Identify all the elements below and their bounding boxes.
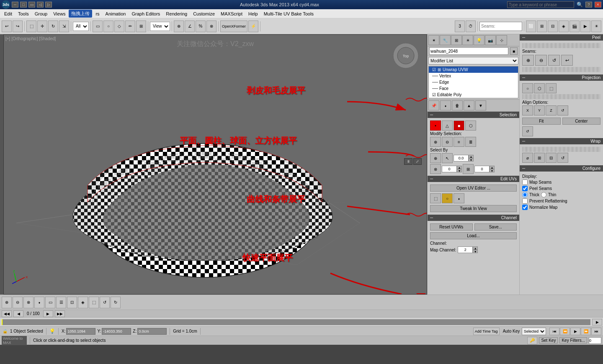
mod-icon-6[interactable]: 📷 (485, 35, 496, 45)
sel-icon-4[interactable]: ⬡ (465, 120, 476, 131)
snap-3d-btn[interactable]: ⊕ (174, 21, 184, 32)
z-value[interactable]: 0.0cm (137, 328, 167, 335)
spin-up-2[interactable]: ▲ (457, 166, 462, 169)
bi-3[interactable]: ⊗ (23, 297, 34, 308)
pb-next[interactable]: ⏩ (581, 328, 591, 335)
edit-uvs-header[interactable]: ─ Edit UVs (428, 176, 519, 182)
time-btn[interactable]: ⏱ (466, 21, 476, 32)
sel-val-1[interactable]: ▲ ▼ (454, 155, 474, 161)
mod-icon-1[interactable]: ✶ (428, 35, 439, 45)
mod-unwrap-uvw[interactable]: ☑ ⊞ Unwrap UVW (429, 67, 518, 73)
object-color-btn[interactable]: ■ (510, 47, 518, 55)
proj-cylinder[interactable]: ⬡ (534, 83, 545, 93)
timeline-next-btn[interactable]: ▶ (43, 310, 53, 317)
sel-by-icon-2[interactable]: ⊗ (430, 164, 441, 174)
sel-val-2[interactable]: ▲ ▼ (442, 166, 462, 172)
peel-icon-2[interactable]: ⊖ (535, 55, 547, 66)
center-btn[interactable]: Center (562, 118, 601, 125)
align-rotate[interactable]: ↺ (557, 105, 568, 115)
time-tag-btn[interactable]: Add Time Tag (473, 328, 500, 335)
restore-btn[interactable]: □ (20, 2, 27, 8)
bi-4[interactable]: ⬧ (34, 297, 44, 308)
minimize-btn[interactable]: ─ (12, 2, 18, 8)
proj-sphere[interactable]: ○ (522, 83, 533, 93)
view-select[interactable]: View (150, 22, 170, 31)
spin-up-3[interactable]: ▲ (490, 166, 495, 169)
spin-up-1[interactable]: ▲ (469, 155, 474, 158)
menu-drag-upload[interactable]: 拖拽上传 (69, 10, 92, 18)
x-value[interactable]: 1050.1094 (66, 328, 95, 335)
prevent-reflat-check[interactable] (522, 198, 528, 204)
spin-dn-3[interactable]: ▼ (490, 169, 495, 172)
bi-1[interactable]: ⊕ (2, 297, 12, 308)
key-icon[interactable]: 🔑 (527, 337, 537, 344)
y-value[interactable]: -14033.350 (102, 328, 131, 335)
snap-spinner-btn[interactable]: ⊗ (206, 21, 216, 32)
lock-icon[interactable]: 🔒 (2, 328, 8, 335)
object-name-input[interactable] (429, 47, 508, 55)
timeline-prev-btn[interactable]: ◀ (13, 310, 23, 317)
mod-icon-4[interactable]: ☀ (462, 35, 473, 45)
open-uv-editor-btn[interactable]: Open UV Editor ... (430, 185, 517, 192)
ms-icon-3[interactable]: ≡ (454, 137, 464, 147)
snap-pct-btn[interactable]: % (196, 21, 206, 32)
peel-icon-1[interactable]: ⊕ (522, 55, 534, 66)
bi-10[interactable]: ↺ (100, 297, 110, 308)
auto-key-select[interactable]: Selected (522, 328, 546, 335)
load-btn[interactable]: Load... (430, 232, 517, 239)
bi-8[interactable]: ◈ (78, 297, 88, 308)
normalize-map-check[interactable] (522, 205, 528, 210)
sel-icon-2[interactable]: △ (442, 120, 453, 131)
keyframe-btn[interactable]: 3 (455, 21, 465, 32)
sel-by-cursor[interactable]: ↖ (442, 153, 453, 163)
bi-9[interactable]: ⬚ (89, 297, 99, 308)
peel-header[interactable]: ─ Peel (520, 34, 603, 41)
uv-icon-1[interactable]: ⬚ (430, 193, 441, 203)
fit-btn[interactable]: Fit (522, 118, 561, 125)
peel-icon-4[interactable]: ↩ (561, 55, 573, 66)
maximize-btn[interactable]: ▭ (28, 2, 35, 8)
search-input[interactable] (507, 1, 574, 8)
wrap-icon-1[interactable]: ⌀ (522, 153, 533, 163)
pb-play[interactable]: ▶ (570, 328, 580, 335)
down-icon[interactable]: ▼ (475, 100, 486, 110)
menu-edit[interactable]: Edit (2, 10, 15, 17)
align-z[interactable]: Z (546, 105, 557, 115)
timeline-back-btn[interactable]: ◀◀ (2, 310, 12, 317)
menu-maxscript[interactable]: MAXScript (218, 10, 245, 17)
menu-rendering[interactable]: Rendering (163, 10, 190, 17)
mod-vertex[interactable]: ── Vertex (429, 73, 518, 79)
reset-uvws-btn[interactable]: Reset UVWs (430, 223, 473, 231)
uv-icon-3[interactable]: ⬧ (454, 193, 464, 203)
select-rect-btn[interactable]: ▭ (93, 21, 103, 32)
tweak-in-view-btn[interactable]: Tweak In View (430, 205, 517, 212)
viewport[interactable]: [+] [Orthographic] [Shaded] 关注微信公众号：V2_z… (3, 34, 427, 295)
tl-btn-1[interactable]: ▶ (592, 319, 602, 326)
mod-edge[interactable]: ── Edge (429, 79, 518, 85)
pb-start[interactable]: ⏮ (549, 328, 559, 335)
bi-11[interactable]: ↻ (111, 297, 121, 308)
filter-select[interactable]: All (73, 22, 89, 31)
mod-icon-2[interactable]: 🔧 (440, 35, 451, 45)
sel-icon-1[interactable]: • (430, 120, 441, 131)
bi-6[interactable]: ☰ (56, 297, 66, 308)
lightning-btn[interactable]: ⚡ (248, 21, 258, 32)
close-btn[interactable]: ✕ (595, 2, 601, 8)
select-fence-btn[interactable]: ◇ (114, 21, 124, 32)
menu-multi-tile[interactable]: Multi-Tile UV Bake Tools (261, 10, 316, 17)
sel-by-icon-1[interactable]: ⊕ (430, 153, 441, 163)
wrap-header[interactable]: ─ Wrap (520, 138, 603, 144)
align-x[interactable]: X (522, 105, 533, 115)
thick-radio[interactable] (522, 192, 528, 197)
select-lasso-btn[interactable]: ✏ (125, 21, 135, 32)
ms-icon-1[interactable]: ⊕ (430, 137, 441, 147)
menu-group[interactable]: Group (32, 10, 50, 17)
funnel-icon[interactable]: ⬧ (440, 100, 451, 110)
menu-graph-editors[interactable]: Graph Editors (129, 10, 162, 17)
scale-btn[interactable]: ⇲ (59, 21, 69, 32)
map-channel-spinbox[interactable]: ▲ ▼ (458, 246, 478, 253)
ms-icon-2[interactable]: ⊖ (442, 137, 453, 147)
modifier-dropdown[interactable]: Modifier List (428, 57, 518, 64)
nav-cube[interactable]: Top (389, 39, 423, 72)
channel-section-header[interactable]: ─ Channel (428, 215, 519, 221)
